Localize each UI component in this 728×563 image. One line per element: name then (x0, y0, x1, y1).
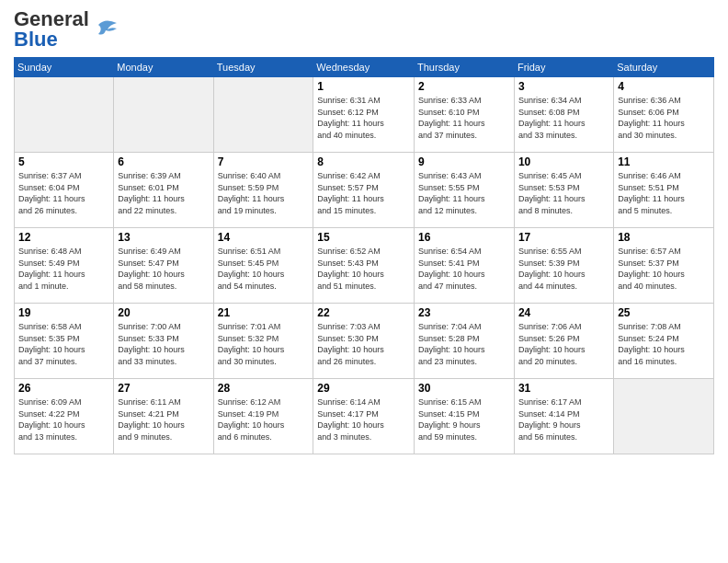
calendar-day-cell: 25Sunrise: 7:08 AM Sunset: 5:24 PM Dayli… (614, 304, 714, 379)
calendar-day-cell: 6Sunrise: 6:39 AM Sunset: 6:01 PM Daylig… (114, 153, 213, 228)
day-info: Sunrise: 6:55 AM Sunset: 5:39 PM Dayligh… (518, 246, 609, 292)
day-info: Sunrise: 6:49 AM Sunset: 5:47 PM Dayligh… (118, 246, 209, 292)
day-number: 2 (418, 80, 510, 93)
day-info: Sunrise: 6:39 AM Sunset: 6:01 PM Dayligh… (118, 170, 209, 216)
calendar-day-cell: 14Sunrise: 6:51 AM Sunset: 5:45 PM Dayli… (213, 228, 313, 304)
calendar-day-cell: 11Sunrise: 6:46 AM Sunset: 5:51 PM Dayli… (614, 153, 714, 228)
calendar-day-cell: 28Sunrise: 6:12 AM Sunset: 4:19 PM Dayli… (213, 379, 313, 454)
calendar-day-cell: 30Sunrise: 6:15 AM Sunset: 4:15 PM Dayli… (415, 379, 515, 454)
calendar-day-cell (15, 77, 114, 153)
day-info: Sunrise: 7:00 AM Sunset: 5:33 PM Dayligh… (118, 321, 209, 367)
calendar-week-row: 19Sunrise: 6:58 AM Sunset: 5:35 PM Dayli… (15, 304, 714, 379)
calendar-day-cell: 1Sunrise: 6:31 AM Sunset: 6:12 PM Daylig… (313, 77, 415, 153)
day-info: Sunrise: 6:45 AM Sunset: 5:53 PM Dayligh… (518, 170, 609, 216)
calendar-day-cell: 10Sunrise: 6:45 AM Sunset: 5:53 PM Dayli… (514, 153, 613, 228)
logo-bird-icon (91, 16, 119, 43)
page-container: General Blue SundayMondayTuesdayWednesda… (0, 0, 728, 563)
day-info: Sunrise: 6:12 AM Sunset: 4:19 PM Dayligh… (218, 396, 310, 442)
day-number: 26 (18, 382, 109, 395)
day-number: 3 (518, 80, 609, 93)
day-number: 1 (317, 80, 410, 93)
day-info: Sunrise: 6:42 AM Sunset: 5:57 PM Dayligh… (317, 170, 410, 216)
weekday-header-cell: Wednesday (313, 58, 415, 77)
calendar-day-cell: 13Sunrise: 6:49 AM Sunset: 5:47 PM Dayli… (114, 228, 213, 304)
day-info: Sunrise: 6:43 AM Sunset: 5:55 PM Dayligh… (418, 170, 510, 216)
day-info: Sunrise: 6:14 AM Sunset: 4:17 PM Dayligh… (317, 396, 410, 442)
calendar-day-cell: 2Sunrise: 6:33 AM Sunset: 6:10 PM Daylig… (415, 77, 515, 153)
day-info: Sunrise: 6:09 AM Sunset: 4:22 PM Dayligh… (18, 396, 109, 442)
day-number: 29 (317, 382, 410, 395)
calendar-day-cell: 22Sunrise: 7:03 AM Sunset: 5:30 PM Dayli… (313, 304, 415, 379)
day-info: Sunrise: 6:31 AM Sunset: 6:12 PM Dayligh… (317, 95, 410, 141)
day-info: Sunrise: 6:17 AM Sunset: 4:14 PM Dayligh… (518, 396, 609, 442)
calendar-day-cell: 23Sunrise: 7:04 AM Sunset: 5:28 PM Dayli… (415, 304, 515, 379)
day-info: Sunrise: 6:46 AM Sunset: 5:51 PM Dayligh… (618, 170, 710, 216)
day-number: 20 (118, 306, 209, 319)
calendar-table: SundayMondayTuesdayWednesdayThursdayFrid… (14, 57, 714, 454)
day-number: 31 (518, 382, 609, 395)
calendar-week-row: 12Sunrise: 6:48 AM Sunset: 5:49 PM Dayli… (15, 228, 714, 304)
day-number: 27 (118, 382, 209, 395)
weekday-header-cell: Tuesday (213, 58, 313, 77)
calendar-day-cell: 26Sunrise: 6:09 AM Sunset: 4:22 PM Dayli… (15, 379, 114, 454)
day-number: 12 (18, 231, 109, 244)
day-number: 19 (18, 306, 109, 319)
header: General Blue (14, 9, 714, 50)
calendar-day-cell (213, 77, 313, 153)
day-info: Sunrise: 6:11 AM Sunset: 4:21 PM Dayligh… (118, 396, 209, 442)
day-info: Sunrise: 7:03 AM Sunset: 5:30 PM Dayligh… (317, 321, 410, 367)
calendar-day-cell: 8Sunrise: 6:42 AM Sunset: 5:57 PM Daylig… (313, 153, 415, 228)
calendar-day-cell: 4Sunrise: 6:36 AM Sunset: 6:06 PM Daylig… (614, 77, 714, 153)
calendar-day-cell: 12Sunrise: 6:48 AM Sunset: 5:49 PM Dayli… (15, 228, 114, 304)
day-number: 11 (618, 155, 710, 168)
calendar-day-cell: 5Sunrise: 6:37 AM Sunset: 6:04 PM Daylig… (15, 153, 114, 228)
day-info: Sunrise: 6:48 AM Sunset: 5:49 PM Dayligh… (18, 246, 109, 292)
day-info: Sunrise: 6:57 AM Sunset: 5:37 PM Dayligh… (618, 246, 710, 292)
logo-text: General Blue (14, 9, 89, 50)
day-number: 24 (518, 306, 609, 319)
day-number: 9 (418, 155, 510, 168)
weekday-header-cell: Friday (514, 58, 613, 77)
day-number: 30 (418, 382, 510, 395)
calendar-day-cell: 15Sunrise: 6:52 AM Sunset: 5:43 PM Dayli… (313, 228, 415, 304)
weekday-header-cell: Saturday (614, 58, 714, 77)
calendar-day-cell: 16Sunrise: 6:54 AM Sunset: 5:41 PM Dayli… (415, 228, 515, 304)
day-info: Sunrise: 6:15 AM Sunset: 4:15 PM Dayligh… (418, 396, 510, 442)
calendar-day-cell: 21Sunrise: 7:01 AM Sunset: 5:32 PM Dayli… (213, 304, 313, 379)
day-number: 6 (118, 155, 209, 168)
day-number: 28 (218, 382, 310, 395)
day-number: 4 (618, 80, 710, 93)
calendar-day-cell: 24Sunrise: 7:06 AM Sunset: 5:26 PM Dayli… (514, 304, 613, 379)
day-info: Sunrise: 7:06 AM Sunset: 5:26 PM Dayligh… (518, 321, 609, 367)
calendar-day-cell: 29Sunrise: 6:14 AM Sunset: 4:17 PM Dayli… (313, 379, 415, 454)
logo: General Blue (14, 9, 119, 50)
day-number: 22 (317, 306, 410, 319)
day-number: 18 (618, 231, 710, 244)
day-number: 14 (218, 231, 310, 244)
day-number: 21 (218, 306, 310, 319)
day-info: Sunrise: 7:04 AM Sunset: 5:28 PM Dayligh… (418, 321, 510, 367)
day-info: Sunrise: 6:51 AM Sunset: 5:45 PM Dayligh… (218, 246, 310, 292)
calendar-day-cell: 3Sunrise: 6:34 AM Sunset: 6:08 PM Daylig… (514, 77, 613, 153)
calendar-day-cell: 17Sunrise: 6:55 AM Sunset: 5:39 PM Dayli… (514, 228, 613, 304)
weekday-header-cell: Sunday (15, 58, 114, 77)
day-number: 17 (518, 231, 609, 244)
weekday-header-cell: Monday (114, 58, 213, 77)
day-number: 5 (18, 155, 109, 168)
calendar-body: 1Sunrise: 6:31 AM Sunset: 6:12 PM Daylig… (15, 77, 714, 454)
day-info: Sunrise: 6:58 AM Sunset: 5:35 PM Dayligh… (18, 321, 109, 367)
day-info: Sunrise: 6:33 AM Sunset: 6:10 PM Dayligh… (418, 95, 510, 141)
calendar-week-row: 26Sunrise: 6:09 AM Sunset: 4:22 PM Dayli… (15, 379, 714, 454)
day-number: 23 (418, 306, 510, 319)
calendar-day-cell: 19Sunrise: 6:58 AM Sunset: 5:35 PM Dayli… (15, 304, 114, 379)
day-number: 8 (317, 155, 410, 168)
calendar-day-cell: 9Sunrise: 6:43 AM Sunset: 5:55 PM Daylig… (415, 153, 515, 228)
calendar-day-cell (114, 77, 213, 153)
calendar-day-cell: 27Sunrise: 6:11 AM Sunset: 4:21 PM Dayli… (114, 379, 213, 454)
calendar-day-cell: 31Sunrise: 6:17 AM Sunset: 4:14 PM Dayli… (514, 379, 613, 454)
day-info: Sunrise: 6:54 AM Sunset: 5:41 PM Dayligh… (418, 246, 510, 292)
day-number: 16 (418, 231, 510, 244)
weekday-header-row: SundayMondayTuesdayWednesdayThursdayFrid… (15, 58, 714, 77)
day-info: Sunrise: 6:52 AM Sunset: 5:43 PM Dayligh… (317, 246, 410, 292)
day-info: Sunrise: 6:37 AM Sunset: 6:04 PM Dayligh… (18, 170, 109, 216)
